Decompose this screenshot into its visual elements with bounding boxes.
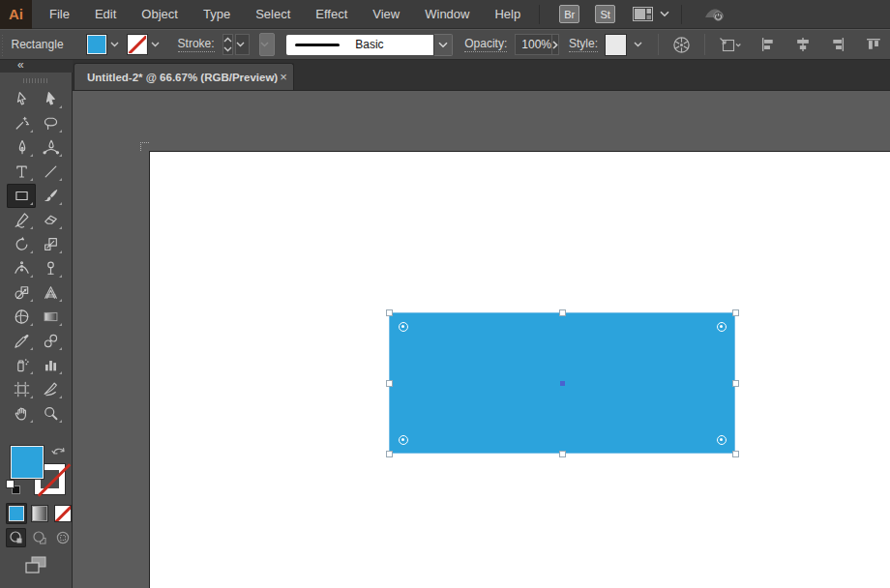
artboard-tool[interactable] — [7, 377, 36, 401]
chevron-down-icon[interactable] — [110, 42, 119, 47]
eraser-tool[interactable] — [36, 208, 65, 232]
brush-field[interactable]: Basic — [286, 35, 433, 55]
selection-tool[interactable] — [7, 87, 36, 111]
live-corner-widget[interactable] — [717, 322, 727, 332]
chevron-right-icon — [552, 41, 558, 49]
puppet-warp-tool[interactable] — [36, 256, 65, 280]
stroke-panel-link[interactable]: Stroke: — [178, 37, 215, 52]
rectangle-tool[interactable] — [7, 184, 36, 208]
tools-panel-grip[interactable] — [23, 78, 49, 83]
gradient-button[interactable] — [29, 503, 50, 524]
canvas-area[interactable] — [73, 91, 890, 588]
fill-proxy-swatch[interactable] — [11, 446, 44, 479]
scale-tool[interactable] — [36, 232, 65, 256]
style-swatch[interactable] — [606, 35, 626, 55]
menu-type[interactable]: Type — [191, 0, 243, 29]
draw-normal-button[interactable] — [6, 528, 26, 547]
paintbrush-tool[interactable] — [36, 184, 65, 208]
stroke-color-dropdown[interactable] — [128, 35, 160, 54]
tools-panel: « — [0, 60, 73, 588]
none-button[interactable] — [52, 503, 74, 524]
width-profile-dropdown[interactable] — [259, 33, 276, 56]
shaper-tool[interactable] — [7, 208, 36, 232]
curvature-tool[interactable] — [36, 135, 65, 160]
chevron-down-icon[interactable] — [151, 42, 160, 47]
menu-help[interactable]: Help — [482, 0, 533, 29]
curvature-icon — [43, 139, 59, 156]
bridge-button[interactable]: Br — [559, 5, 579, 23]
menu-select[interactable]: Select — [243, 0, 303, 29]
zoom-tool[interactable] — [36, 401, 65, 426]
column-graph-tool[interactable] — [36, 353, 65, 377]
live-corner-widget[interactable] — [717, 435, 727, 445]
line-segment-tool[interactable] — [36, 160, 65, 184]
fill-color-dropdown[interactable] — [87, 35, 119, 54]
type-tool[interactable] — [7, 160, 36, 184]
menu-effect[interactable]: Effect — [303, 0, 360, 29]
align-right-button[interactable] — [828, 37, 846, 52]
selection-handle[interactable] — [386, 309, 393, 316]
opacity-input[interactable]: 100% — [515, 34, 551, 55]
slice-tool[interactable] — [36, 377, 65, 401]
touch-workspace-icon[interactable] — [703, 5, 727, 23]
default-fill-stroke-icon[interactable] — [6, 480, 20, 494]
perspective-grid-tool[interactable] — [36, 280, 65, 305]
document-tab[interactable]: Untitled-2* @ 66.67% (RGB/Preview) × — [74, 63, 294, 90]
menu-window[interactable]: Window — [412, 0, 482, 29]
stroke-none-swatch[interactable] — [128, 35, 147, 54]
style-panel-link[interactable]: Style: — [569, 37, 598, 52]
rotate-tool[interactable] — [7, 232, 36, 256]
brush-chevron-button[interactable] — [433, 34, 453, 56]
panel-grip[interactable] — [2, 33, 3, 56]
magic-wand-tool[interactable] — [7, 111, 36, 135]
eyedropper-tool[interactable] — [7, 329, 36, 353]
draw-behind-button[interactable] — [29, 528, 49, 547]
pen-tool[interactable] — [7, 135, 36, 160]
direct-selection-tool[interactable] — [36, 87, 65, 111]
live-corner-widget[interactable] — [399, 322, 408, 332]
symbol-sprayer-tool[interactable] — [7, 353, 36, 377]
menu-edit[interactable]: Edit — [82, 0, 129, 29]
gradient-tool[interactable] — [36, 305, 65, 329]
close-icon[interactable]: × — [278, 69, 289, 85]
chevron-down-icon[interactable] — [634, 42, 642, 47]
selection-handle[interactable] — [559, 451, 566, 457]
blend-tool[interactable] — [36, 329, 65, 353]
selection-handle[interactable] — [732, 309, 739, 316]
shape-builder-tool[interactable] — [7, 280, 36, 305]
menu-object[interactable]: Object — [129, 0, 191, 29]
fill-swatch[interactable] — [87, 35, 106, 54]
align-top-button[interactable] — [866, 37, 883, 52]
selection-handle[interactable] — [559, 309, 566, 316]
selection-handle[interactable] — [732, 451, 739, 457]
selection-handle[interactable] — [386, 380, 393, 387]
color-button[interactable] — [6, 503, 27, 524]
opacity-panel-link[interactable]: Opacity: — [464, 37, 507, 52]
swap-fill-stroke-icon[interactable] — [51, 444, 67, 457]
align-center-button[interactable] — [794, 37, 812, 52]
stroke-weight-stepper[interactable] — [222, 34, 233, 55]
selection-handle[interactable] — [386, 451, 393, 457]
artboard-icon — [14, 381, 30, 397]
mesh-tool[interactable] — [7, 305, 36, 329]
screen-mode-button[interactable] — [23, 555, 48, 575]
draw-inside-button[interactable] — [52, 528, 73, 547]
opacity-expand-button[interactable] — [551, 34, 559, 55]
recolor-artwork-button[interactable] — [672, 36, 691, 54]
hand-tool[interactable] — [7, 401, 36, 426]
stroke-weight-dropdown[interactable] — [235, 34, 250, 55]
stock-button[interactable]: St — [595, 5, 615, 23]
transform-menu-button[interactable] — [719, 37, 742, 53]
menu-file[interactable]: File — [37, 0, 82, 29]
selection-handle[interactable] — [732, 380, 739, 387]
align-left-button[interactable] — [760, 37, 778, 52]
live-corner-widget[interactable] — [399, 435, 408, 445]
width-tool[interactable] — [7, 256, 36, 280]
graphic-style-dropdown[interactable] — [606, 35, 642, 55]
brush-definition-dropdown[interactable]: Basic — [286, 34, 453, 56]
lasso-tool[interactable] — [36, 111, 65, 135]
workspace-switcher-button[interactable] — [633, 7, 669, 21]
separator — [681, 5, 682, 24]
collapse-panel-button[interactable]: « — [17, 58, 23, 72]
menu-view[interactable]: View — [360, 0, 412, 29]
